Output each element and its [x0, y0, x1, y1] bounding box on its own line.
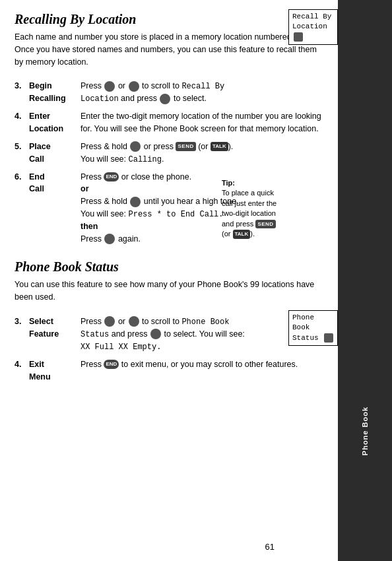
pb-box-line1: Phone Book	[292, 314, 314, 331]
pb-step-number-4: 4.	[15, 356, 29, 386]
phone-book-status-box: Phone Book Status	[288, 310, 338, 346]
table-row: 4. EnterLocation Enter the two-digit mem…	[15, 108, 326, 138]
page-number: 61	[265, 542, 275, 552]
hold-button	[130, 141, 141, 152]
step-content-begin-recalling: Press or to scroll to Recall ByLocation …	[81, 77, 326, 108]
step-label-end-call: EndCall	[29, 168, 81, 248]
end-button-1: END	[104, 172, 119, 182]
pb-down-button	[129, 316, 139, 327]
menu-icon-pb-status	[324, 333, 333, 343]
step-number-6: 6.	[15, 168, 29, 248]
pb-step-label-select-feature: SelectFeature	[29, 313, 81, 356]
step-content-end-call: Press END or close the phone. or Press &…	[81, 168, 326, 248]
main-content: Recall By Location Recalling By Location…	[0, 0, 338, 561]
hold-button-2	[130, 197, 141, 207]
pb-select-button	[150, 329, 161, 339]
sidebar-label: Phone Book	[361, 407, 369, 455]
table-row: 3. SelectFeature Press or to scroll to P…	[15, 313, 326, 356]
step-content-place-call: Press & hold or press SEND (or TALK). Yo…	[81, 138, 326, 168]
step-label-enter-location: EnterLocation	[29, 108, 81, 138]
select-button	[160, 94, 170, 104]
pb-status-steps-table: 3. SelectFeature Press or to scroll to P…	[15, 313, 326, 386]
page: Recall By Location Recalling By Location…	[0, 0, 392, 561]
step-label-begin-recalling: BeginRecalling	[29, 77, 81, 108]
pb-step-content-exit-menu: Press END to exit menu, or you may scrol…	[81, 356, 326, 386]
step-label-place-call: PlaceCall	[29, 138, 81, 168]
pb-up-button	[104, 316, 115, 327]
up-button	[104, 81, 115, 92]
tip-text: To place a quick call just enter the two…	[222, 189, 277, 238]
step-number-4: 4.	[15, 108, 29, 138]
recall-box-line2: Location	[292, 22, 327, 30]
pb-step-number-3: 3.	[15, 313, 29, 356]
menu-icon-recall	[294, 32, 303, 42]
recall-box-line1: Recall By	[292, 13, 331, 20]
step-number-5: 5.	[15, 138, 29, 168]
press-again-button	[104, 234, 115, 244]
down-button	[129, 81, 139, 92]
tip-box: Tip: To place a quick call just enter th…	[222, 178, 280, 239]
tip-send-button: SEND	[255, 220, 275, 228]
section-title-pb-status: Phone Book Status	[15, 259, 326, 275]
table-row: 4. ExitMenu Press END to exit menu, or y…	[15, 356, 326, 386]
table-row: 5. PlaceCall Press & hold or press SEND …	[15, 138, 326, 168]
step-number-3: 3.	[15, 77, 29, 108]
step-content-enter-location: Enter the two-digit memory location of t…	[81, 108, 326, 138]
section-desc-pb-status: You can use this feature to see how many…	[15, 279, 326, 304]
pb-step-label-exit-menu: ExitMenu	[29, 356, 81, 386]
table-row: 3. BeginRecalling Press or to scroll to …	[15, 77, 326, 108]
send-button: SEND	[176, 142, 195, 151]
recall-by-location-box: Recall By Location	[288, 9, 338, 45]
tip-label: Tip:	[222, 179, 235, 187]
tip-talk-button: TALK	[233, 230, 251, 238]
section-title-recall: Recalling By Location	[15, 12, 326, 27]
pb-end-button: END	[104, 360, 119, 369]
section-desc-recall: Each name and number you store is placed…	[15, 31, 326, 68]
pb-box-line2: Status	[292, 334, 319, 342]
talk-button: TALK	[211, 142, 228, 151]
right-sidebar: Phone Book	[338, 0, 392, 561]
